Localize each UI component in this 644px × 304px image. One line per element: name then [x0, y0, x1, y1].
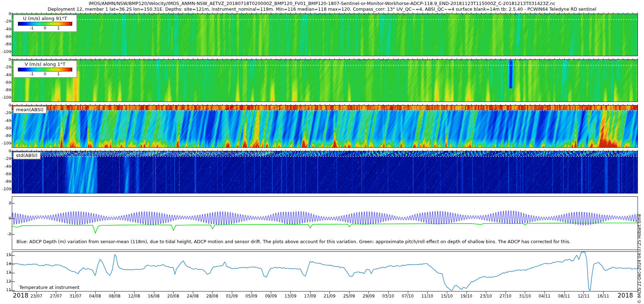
temperature-tick-label: 14: [0, 261, 11, 266]
x-tick-label: 28/08: [206, 294, 218, 299]
u-colorbar-ticks: -101: [18, 26, 72, 30]
depth-tick-label: 0: [0, 11, 11, 16]
temperature-tick-label: 11: [0, 288, 11, 292]
v-velocity-heatmap: [12, 60, 638, 102]
mean-absi-heatmap: [12, 106, 638, 147]
mean-absi-label: mean(ABSI): [13, 106, 47, 113]
colorbar-tick-label: -1: [30, 72, 34, 76]
x-tick-label: 19/10: [460, 294, 472, 299]
x-tick-label: 11/10: [421, 294, 433, 299]
std-absi-label: std(ABSI): [13, 152, 40, 159]
depth-variation-tick-label: -2: [0, 232, 11, 236]
depth-tick-label: -80: [0, 42, 11, 46]
x-tick-label: 21/09: [324, 294, 336, 299]
panel-mean-absi: mean(ABSI): [12, 105, 638, 148]
depth-tick-label: -40: [0, 73, 11, 77]
x-tick-label: 31/10: [519, 294, 531, 299]
depth-tick-label: -100: [0, 49, 11, 54]
v-legend: V (m/s) along 1°T -101: [13, 60, 77, 78]
depth-variation-tick-label: 2: [0, 201, 11, 205]
panel-temperature: Temperature at instrument: [12, 251, 638, 291]
panel-v-velocity: V (m/s) along 1°T -101: [12, 59, 638, 102]
x-tick-label: 25/09: [343, 294, 355, 299]
colorbar-tick-label: 1: [57, 72, 60, 76]
x-tick-label: 04/11: [538, 294, 550, 299]
v-colorbar-ticks: -101: [18, 72, 72, 76]
panel-u-velocity: U (m/s) along 91°T -101: [12, 14, 638, 56]
x-tick-label: 01/09: [226, 294, 238, 299]
depth-tick-label: -20: [0, 19, 11, 24]
depth-tick-label: -60: [0, 80, 11, 85]
x-tick-label: 31/07: [69, 294, 81, 299]
x-tick-label: 24/08: [187, 294, 199, 299]
x-tick-label: 03/10: [382, 294, 394, 299]
depth-tick-label: -20: [0, 111, 11, 115]
depth-tick-label: 0: [0, 103, 11, 108]
std-absi-heatmap: [12, 151, 638, 193]
depth-tick-label: -80: [0, 179, 11, 184]
x-tick-label: 12/08: [128, 294, 140, 299]
u-velocity-heatmap: [12, 14, 638, 56]
colorbar-tick-label: -1: [30, 26, 34, 30]
u-colorbar: [18, 22, 72, 26]
depth-tick-label: -60: [0, 172, 11, 176]
x-tick-label: 13/09: [284, 294, 296, 299]
temperature-tick-label: 12: [0, 279, 11, 284]
x-tick-label: 16/11: [597, 294, 609, 299]
x-axis-year-right: 2018: [618, 292, 633, 299]
depth-tick-label: -100: [0, 95, 11, 100]
depth-tick-label: 0: [0, 57, 11, 62]
colorbar-tick-label: 0: [44, 26, 47, 30]
u-legend: U (m/s) along 91°T -101: [13, 15, 77, 32]
x-tick-label: 09/09: [265, 294, 277, 299]
colorbar-tick-label: 0: [44, 72, 47, 76]
x-tick-label: 08/08: [109, 294, 121, 299]
depth-tick-label: -80: [0, 133, 11, 138]
depth-tick-label: -100: [0, 141, 11, 146]
x-tick-label: 15/10: [441, 294, 453, 299]
depth-variation-note: Blue: ADCP Depth (m) variation from sens…: [16, 239, 571, 244]
depth-tick-label: -80: [0, 88, 11, 92]
x-tick-label: 23/10: [480, 294, 492, 299]
figure-title-deployment: Deployment 12, member 1 lat=36.2S lon=15…: [0, 6, 644, 12]
v-colorbar: [18, 68, 72, 72]
panel-depth-variation: Blue: ADCP Depth (m) variation from sens…: [12, 196, 638, 250]
depth-tick-label: -100: [0, 187, 11, 191]
x-tick-label: 16/08: [148, 294, 160, 299]
temperature-tick-label: 13: [0, 270, 11, 275]
depth-variation-tick-label: 0: [0, 216, 11, 221]
depth-tick-label: -40: [0, 118, 11, 123]
x-tick-label: 23/07: [30, 294, 42, 299]
depth-tick-label: -40: [0, 164, 11, 169]
x-tick-label: 05/09: [245, 294, 257, 299]
depth-tick-label: -60: [0, 34, 11, 39]
x-tick-label: 27/10: [499, 294, 511, 299]
temperature-plot: [12, 252, 638, 291]
depth-tick-label: -40: [0, 27, 11, 31]
depth-tick-label: 0: [0, 149, 11, 153]
u-legend-title: U (m/s) along 91°T: [14, 16, 77, 21]
temperature-tick-label: 15: [0, 252, 11, 257]
x-tick-label: 29/09: [363, 294, 375, 299]
figure-root: IMOS/ANMN/NSW/BMP120/Velocity/IMOS_ANMN-…: [0, 0, 644, 304]
colorbar-tick-label: 1: [57, 26, 60, 30]
x-tick-label: 27/07: [50, 294, 62, 299]
x-tick-label: 12/11: [578, 294, 590, 299]
panel-std-absi: std(ABSI): [12, 151, 638, 193]
depth-tick-label: -60: [0, 126, 11, 131]
figure-title-filename: IMOS/ANMN/NSW/BMP120/Velocity/IMOS_ANMN-…: [0, 1, 644, 6]
x-tick-label: 07/10: [402, 294, 414, 299]
v-legend-title: V (m/s) along 1°T: [14, 62, 77, 67]
x-tick-label: 17/09: [304, 294, 316, 299]
depth-tick-label: -20: [0, 156, 11, 161]
depth-tick-label: -20: [0, 65, 11, 69]
x-axis-year-left: 2018: [13, 292, 28, 299]
x-tick-label: 08/11: [558, 294, 570, 299]
temperature-label: Temperature at instrument: [19, 285, 79, 290]
copyright-text: © IMOS 21-Dec-2024 04:07:25 Hobart time: [637, 214, 642, 304]
x-tick-label: 04/08: [89, 294, 101, 299]
x-tick-label: 20/08: [167, 294, 179, 299]
